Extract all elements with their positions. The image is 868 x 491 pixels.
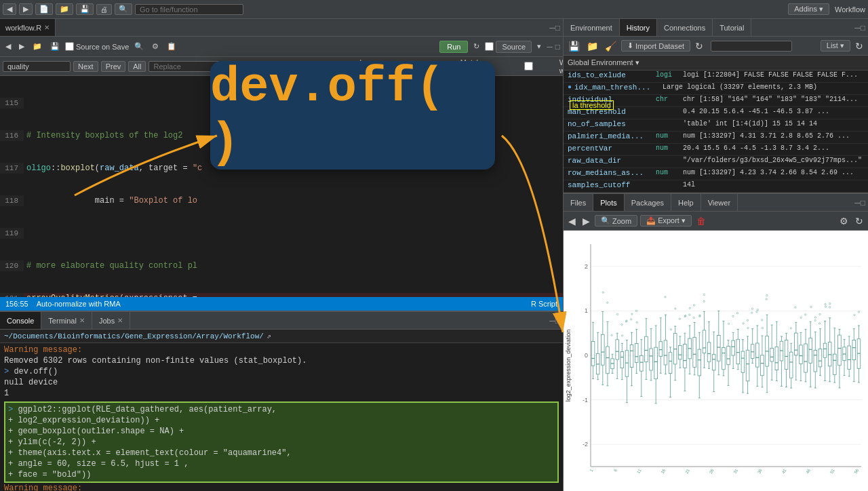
minimize-editor2-button[interactable]: ─ <box>547 42 553 52</box>
forward-code-button[interactable]: ▶ <box>16 41 27 52</box>
addins-button[interactable]: Addins ▾ <box>788 3 829 15</box>
new-file-button[interactable]: 📄 <box>35 3 53 15</box>
devoff-overlay: dev.off( ) <box>210 61 495 170</box>
tab-files[interactable]: Files <box>564 194 593 211</box>
export-button[interactable]: 📤 Export ▾ <box>640 215 692 227</box>
tab-terminal[interactable]: Terminal ✕ <box>41 312 92 329</box>
env-row-percentvar: percentVar num 20.4 15.5 6.4 -4.5 -1.3 8… <box>564 144 868 156</box>
tab-help[interactable]: Help <box>671 194 701 211</box>
warning-text-1: Warning message: <box>4 345 559 355</box>
minimize-env-button[interactable]: ─ <box>854 23 861 33</box>
console-path-icon[interactable]: ⇗ <box>267 332 271 340</box>
env-refresh-button[interactable]: ↻ <box>693 41 705 52</box>
env-row-noofsamples: no_of_samples 'table' int [1:4(1d)] 15 1… <box>564 119 868 132</box>
tab-plots[interactable]: Plots <box>593 194 624 211</box>
close-jobs-icon[interactable]: ✕ <box>117 317 123 324</box>
env-search-input[interactable] <box>711 41 792 52</box>
cursor-position: 156:55 <box>5 300 28 308</box>
goto-input[interactable] <box>135 4 243 15</box>
ggplot-line-4: + ylim(c(-2, 2)) + <box>8 437 555 448</box>
env-open-button[interactable]: 📁 <box>585 41 600 52</box>
tab-connections[interactable]: Connections <box>657 19 713 36</box>
code-line-119: 119 <box>0 228 563 239</box>
list-button[interactable]: List ▾ <box>821 40 850 52</box>
plots-settings-button[interactable]: ⚙ <box>837 216 850 227</box>
spell-check-button[interactable]: 📋 <box>164 41 179 52</box>
run-button[interactable]: Run <box>439 41 468 53</box>
maximize-env-button[interactable]: □ <box>861 23 865 33</box>
editor-tabs: workflow.R ✕ ─ □ <box>0 19 563 37</box>
line-number: 121 <box>0 293 24 297</box>
source-button[interactable]: Source <box>496 41 532 53</box>
tab-viewer[interactable]: Viewer <box>701 194 738 211</box>
code-tools-button[interactable]: ⚙ <box>149 41 161 52</box>
dropdown-arrow-button[interactable]: ▾ <box>534 41 544 52</box>
env-row-idx: ● idx_man_thresh... Large logical (33297… <box>564 83 868 95</box>
plots-back-button[interactable]: ◀ <box>566 216 578 227</box>
env-broom-button[interactable]: 🧹 <box>603 41 618 52</box>
minimize-plots-button[interactable]: ─ <box>854 198 861 208</box>
save-file-button[interactable]: 💾 <box>47 41 62 52</box>
search-input[interactable]: quality <box>3 61 71 72</box>
all-search-button[interactable]: All <box>128 61 146 72</box>
maximize-plots-button[interactable]: □ <box>861 198 865 208</box>
minimize-console-button[interactable]: ─ <box>549 316 555 326</box>
prev-button[interactable]: Prev <box>101 61 126 72</box>
export-icon: 📤 <box>646 216 656 225</box>
delete-plot-button[interactable]: 🗑 <box>694 216 708 227</box>
env-save-button[interactable]: 💾 <box>566 41 582 52</box>
back-button[interactable]: ◀ <box>3 3 16 15</box>
source-checkbox[interactable] <box>485 42 494 51</box>
auto-normalize-status: Auto-normalize with RMA <box>37 300 121 308</box>
tab-environment[interactable]: Environment <box>564 19 620 36</box>
back-code-button[interactable]: ◀ <box>3 41 14 52</box>
save-button[interactable]: 💾 <box>76 3 94 15</box>
env-row-samplescutoff: samples_cutoff 14l <box>564 180 868 193</box>
close-terminal-icon[interactable]: ✕ <box>79 317 85 324</box>
source-on-save-label: Source on Save <box>65 42 129 51</box>
zoom-icon: 🔍 <box>601 216 610 225</box>
plots-forward-button[interactable]: ▶ <box>580 216 592 227</box>
whole-word-checkbox[interactable] <box>499 62 558 71</box>
forward-button[interactable]: ▶ <box>19 3 33 15</box>
minimize-editor-button[interactable]: ─ <box>549 23 555 33</box>
console-out-null: null device <box>4 377 559 388</box>
console-cmd-devoff: > dev.off() <box>4 366 559 377</box>
search-code-button[interactable]: 🔍 <box>132 41 146 52</box>
global-env-label[interactable]: Global Environment ▾ <box>564 56 868 71</box>
maximize-editor2-button[interactable]: □ <box>555 42 560 52</box>
env-row-palmieri: palmieri_media... num num [1:33297] 4.31… <box>564 132 868 144</box>
console-content[interactable]: Warning message: Removed 6302 rows conta… <box>0 343 563 491</box>
next-button[interactable]: Next <box>73 61 98 72</box>
tab-console[interactable]: Console <box>0 312 41 329</box>
maximize-editor-button[interactable]: □ <box>555 23 560 33</box>
file-type: R Script <box>531 300 557 308</box>
tab-tutorial[interactable]: Tutorial <box>713 19 751 36</box>
tab-history[interactable]: History <box>620 19 657 36</box>
import-icon: ⬇ <box>627 41 633 50</box>
open-file-button[interactable]: 📁 <box>30 41 45 52</box>
console-tabs: Console Terminal ✕ Jobs ✕ ─ □ <box>0 312 563 330</box>
console-path-text: ~/Documents/Bioinformatics/Gene_Expressi… <box>4 332 264 340</box>
rerun-button[interactable]: ↻ <box>471 41 482 52</box>
print-button[interactable]: 🖨 <box>96 4 112 15</box>
find-button[interactable]: 🔍 <box>115 3 132 15</box>
open-button[interactable]: 📁 <box>56 3 73 15</box>
files-tabs: Files Plots Packages Help Viewer ─ □ <box>564 194 868 212</box>
plots-refresh-button[interactable]: ↻ <box>853 216 865 227</box>
line-number: 117 <box>0 163 24 174</box>
ggplot-line-1: > ggplot2::ggplot(RLE_data_gathered, aes… <box>8 404 555 415</box>
ggplot-line-7: + face = "bold")) <box>8 469 555 480</box>
import-dataset-button[interactable]: ⬇ Import Dataset <box>621 40 690 52</box>
env-refresh2-button[interactable]: ↻ <box>853 41 865 52</box>
editor-tab-workflow[interactable]: workflow.R ✕ <box>0 19 56 36</box>
tab-jobs[interactable]: Jobs ✕ <box>92 312 130 329</box>
maximize-console-button[interactable]: □ <box>555 316 560 326</box>
ggplot-line-3: + geom_boxplot(outlier.shape = NA) + <box>8 426 555 437</box>
close-tab-icon[interactable]: ✕ <box>44 24 50 31</box>
code-line-118: 118 main = "Boxplot of lo <box>0 195 563 206</box>
env-panel: Environment History Connections Tutorial… <box>564 19 868 194</box>
zoom-button[interactable]: 🔍 Zoom <box>595 215 637 227</box>
source-on-save-checkbox[interactable] <box>65 42 74 51</box>
tab-packages[interactable]: Packages <box>625 194 671 211</box>
